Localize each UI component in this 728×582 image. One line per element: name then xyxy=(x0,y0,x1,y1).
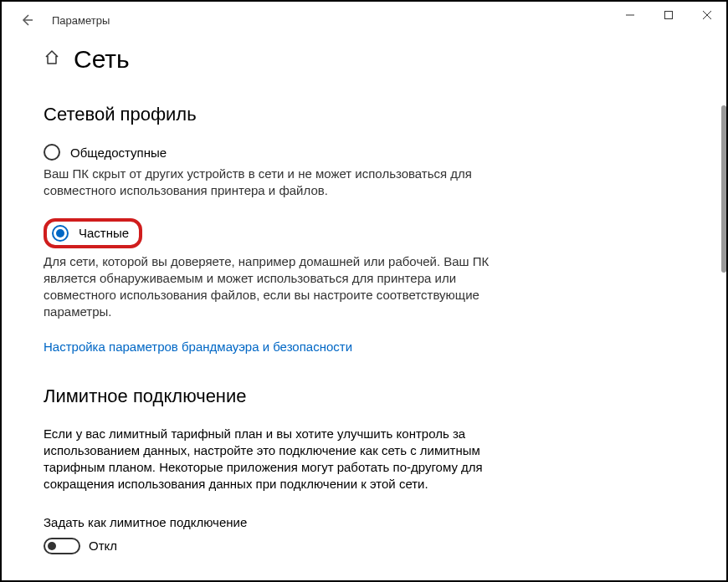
window-controls xyxy=(611,2,726,38)
svg-rect-2 xyxy=(665,12,673,19)
back-button[interactable] xyxy=(17,10,37,30)
minimize-button[interactable] xyxy=(611,2,649,28)
content-area: Сеть Сетевой профиль Общедоступные Ваш П… xyxy=(2,38,726,580)
metered-toggle-state: Откл xyxy=(89,539,117,553)
radio-public-label: Общедоступные xyxy=(70,146,167,160)
titlebar: Параметры xyxy=(2,2,726,38)
firewall-settings-link[interactable]: Настройка параметров брандмауэра и безоп… xyxy=(44,340,352,354)
radio-private[interactable]: Частные xyxy=(44,218,684,248)
metered-desc: Если у вас лимитный тарифный план и вы х… xyxy=(44,426,512,493)
page-header: Сеть xyxy=(44,45,684,74)
scrollbar[interactable] xyxy=(721,105,726,273)
window-title: Параметры xyxy=(52,14,110,27)
close-icon xyxy=(702,10,712,20)
page-title: Сеть xyxy=(74,45,130,74)
radio-private-desc: Для сети, которой вы доверяете, например… xyxy=(44,253,495,321)
metered-toggle-label: Задать как лимитное подключение xyxy=(44,515,684,529)
radio-circle-selected-icon xyxy=(52,225,69,242)
radio-public-desc: Ваш ПК скрыт от других устройств в сети … xyxy=(44,166,495,200)
metered-toggle-row: Откл xyxy=(44,538,684,554)
minimize-icon xyxy=(625,10,635,20)
radio-dot-icon xyxy=(56,229,64,237)
radio-circle-icon xyxy=(44,144,60,161)
highlight-box: Частные xyxy=(44,218,142,248)
metered-toggle[interactable] xyxy=(44,538,80,554)
network-profile-heading: Сетевой профиль xyxy=(44,104,684,125)
metered-heading: Лимитное подключение xyxy=(44,385,684,407)
home-icon[interactable] xyxy=(44,49,60,69)
toggle-knob-icon xyxy=(48,542,56,550)
maximize-button[interactable] xyxy=(649,2,688,28)
arrow-left-icon xyxy=(20,13,33,27)
radio-public[interactable]: Общедоступные xyxy=(44,144,684,161)
maximize-icon xyxy=(664,10,674,20)
close-button[interactable] xyxy=(688,2,726,28)
radio-private-label: Частные xyxy=(79,226,129,240)
